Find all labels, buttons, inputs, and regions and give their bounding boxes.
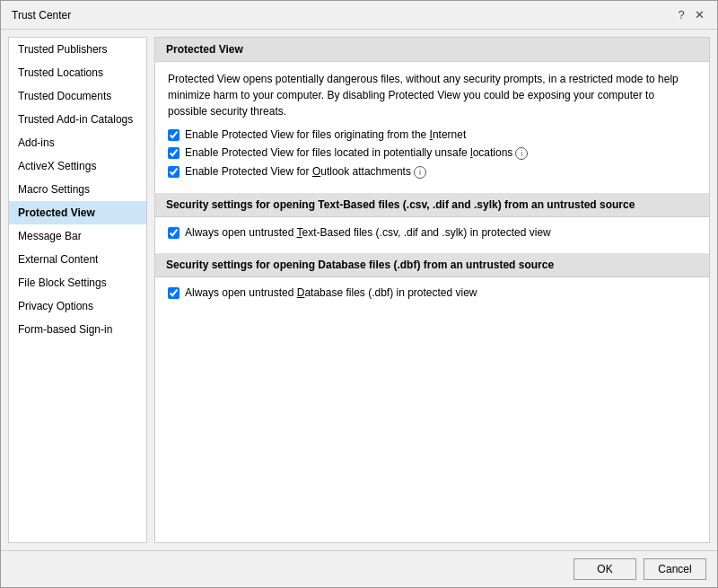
protected-view-description: Protected View opens potentially dangero… xyxy=(168,71,696,119)
protected-view-header: Protected View xyxy=(155,38,709,62)
checkbox-textbased[interactable] xyxy=(168,227,180,239)
checkbox-outlook-row: Enable Protected View for Outlook attach… xyxy=(168,165,696,179)
close-button[interactable]: ✕ xyxy=(692,8,706,22)
sidebar-item-activex-settings[interactable]: ActiveX Settings xyxy=(9,154,146,178)
info-icon-outlook: i xyxy=(414,166,426,179)
checkbox-database-label: Always open untrusted Database files (.d… xyxy=(185,286,477,299)
sidebar-item-external-content[interactable]: External Content xyxy=(9,248,146,271)
database-header: Security settings for opening Database f… xyxy=(155,253,709,277)
sidebar-item-trusted-locations[interactable]: Trusted Locations xyxy=(9,61,146,84)
checkbox-unsafe-row: Enable Protected View for files located … xyxy=(168,146,696,160)
dialog-title: Trust Center xyxy=(12,9,71,22)
checkbox-unsafe-label: Enable Protected View for files located … xyxy=(185,146,528,160)
checkbox-outlook-label: Enable Protected View for Outlook attach… xyxy=(185,165,426,179)
sidebar-item-trusted-documents[interactable]: Trusted Documents xyxy=(9,84,146,108)
sidebar-item-trusted-publishers[interactable]: Trusted Publishers xyxy=(9,38,146,61)
help-button[interactable]: ? xyxy=(674,8,688,22)
ok-button[interactable]: OK xyxy=(574,558,636,580)
checkbox-unsafe[interactable] xyxy=(168,147,180,159)
sidebar: Trusted PublishersTrusted LocationsTrust… xyxy=(8,37,147,543)
checkbox-database[interactable] xyxy=(168,287,180,299)
checkbox-textbased-row: Always open untrusted Text-Based files (… xyxy=(168,226,696,239)
main-content: Protected View Protected View opens pote… xyxy=(154,37,710,543)
trust-center-dialog: Trust Center ? ✕ Trusted PublishersTrust… xyxy=(0,0,718,588)
checkbox-internet-row: Enable Protected View for files originat… xyxy=(168,128,696,141)
sidebar-item-form-based-sign-in[interactable]: Form-based Sign-in xyxy=(9,318,146,341)
sidebar-item-protected-view[interactable]: Protected View xyxy=(9,201,146,224)
protected-view-body: Protected View opens potentially dangero… xyxy=(155,62,709,193)
sidebar-item-add-ins[interactable]: Add-ins xyxy=(9,131,146,154)
textbased-body: Always open untrusted Text-Based files (… xyxy=(155,217,709,253)
checkbox-outlook[interactable] xyxy=(168,166,180,178)
title-bar-buttons: ? ✕ xyxy=(674,8,706,22)
title-bar: Trust Center ? ✕ xyxy=(1,1,717,30)
dialog-body: Trusted PublishersTrusted LocationsTrust… xyxy=(1,30,717,550)
sidebar-item-file-block-settings[interactable]: File Block Settings xyxy=(9,271,146,294)
textbased-header: Security settings for opening Text-Based… xyxy=(155,193,709,217)
checkbox-internet[interactable] xyxy=(168,129,180,141)
sidebar-item-trusted-addin-catalogs[interactable]: Trusted Add-in Catalogs xyxy=(9,108,146,131)
checkbox-internet-label: Enable Protected View for files originat… xyxy=(185,128,466,141)
checkbox-textbased-label: Always open untrusted Text-Based files (… xyxy=(185,226,551,239)
checkbox-database-row: Always open untrusted Database files (.d… xyxy=(168,286,696,299)
sidebar-item-message-bar[interactable]: Message Bar xyxy=(9,224,146,248)
database-body: Always open untrusted Database files (.d… xyxy=(155,277,709,313)
sidebar-item-macro-settings[interactable]: Macro Settings xyxy=(9,178,146,201)
sidebar-item-privacy-options[interactable]: Privacy Options xyxy=(9,294,146,318)
info-icon-unsafe: i xyxy=(515,147,528,160)
dialog-footer: OK Cancel xyxy=(1,550,717,587)
cancel-button[interactable]: Cancel xyxy=(644,558,706,580)
